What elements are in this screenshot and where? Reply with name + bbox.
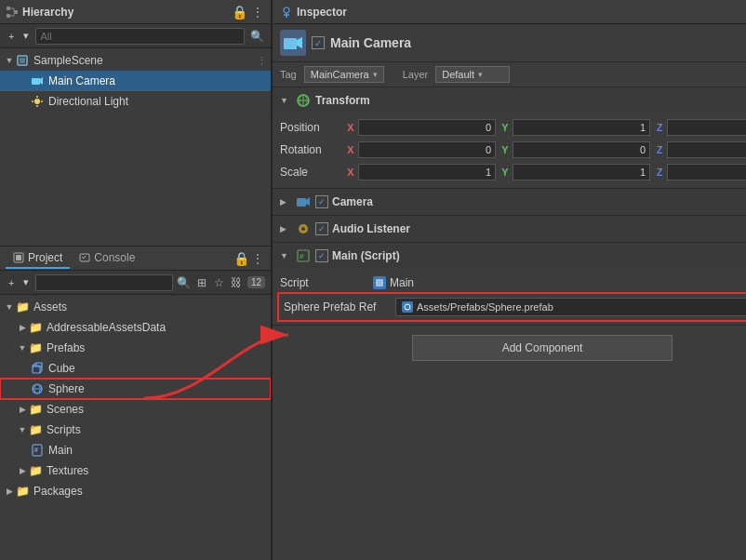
tree-item-prefabs[interactable]: ▼ 📁 Prefabs xyxy=(0,338,271,358)
packages-arrow-icon[interactable]: ▶ xyxy=(4,486,15,497)
camera-active-checkbox[interactable] xyxy=(315,195,328,208)
tab-console[interactable]: Console xyxy=(72,248,142,269)
object-name: Main Camera xyxy=(330,35,746,50)
scene-arrow-icon[interactable]: ▼ xyxy=(4,55,15,66)
rotation-z-input[interactable] xyxy=(667,141,746,158)
script-active-checkbox[interactable] xyxy=(315,249,328,262)
sphere-ref-prefab-icon xyxy=(402,301,413,313)
scale-y-input[interactable] xyxy=(513,164,650,180)
hierarchy-lock-btn[interactable]: 🔒 xyxy=(232,5,246,20)
inspector-title: Inspector xyxy=(297,6,746,19)
transform-arrow-icon[interactable]: ▼ xyxy=(280,96,291,105)
project-tab-row: Project Console 🔒 ⋮ xyxy=(0,247,271,271)
project-search-input[interactable] xyxy=(35,274,173,291)
scenes-arrow-icon[interactable]: ▶ xyxy=(17,404,28,415)
transform-icon xyxy=(295,92,312,109)
position-x-input[interactable] xyxy=(358,119,496,136)
pos-x-label: X xyxy=(345,122,356,133)
folder-packages-icon: 📁 xyxy=(15,484,30,499)
add-component-btn[interactable]: Add Component xyxy=(412,335,673,361)
layer-label-text: Layer xyxy=(403,69,429,80)
svg-rect-45 xyxy=(376,279,383,287)
scene-label: SampleScene xyxy=(33,54,103,67)
scene-dots[interactable]: ⋮ xyxy=(257,55,267,67)
tree-item-samplescene[interactable]: ▼ SampleScene ⋮ xyxy=(0,50,271,71)
position-z-input[interactable] xyxy=(667,119,746,136)
directional-light-label: Directional Light xyxy=(48,95,128,108)
scale-z-input[interactable] xyxy=(667,164,746,180)
tree-item-packages[interactable]: ▶ 📁 Packages xyxy=(0,481,271,501)
tag-dropdown[interactable]: MainCamera ▾ xyxy=(304,66,384,83)
svg-rect-9 xyxy=(32,78,40,85)
hierarchy-menu-btn[interactable]: ⋮ xyxy=(250,5,265,20)
textures-arrow-icon[interactable]: ▶ xyxy=(17,465,28,476)
rotation-x-input[interactable] xyxy=(358,141,496,158)
project-add-btn[interactable]: + xyxy=(6,276,17,289)
scale-x-input[interactable] xyxy=(358,164,496,180)
sphere-ref-row: Sphere Prefab Ref Assets/Prefabs/Sphere.… xyxy=(280,295,746,319)
console-tab-label: Console xyxy=(94,251,135,264)
scripts-label: Scripts xyxy=(47,423,81,436)
script-comp-header: ▼ # Main (Script) ? ⚙ ⋮ xyxy=(273,243,746,269)
project-chain-icon[interactable]: ⛓ xyxy=(230,274,244,291)
camera-comp-name: Camera xyxy=(332,195,745,208)
scale-xyz-group: X Y Z xyxy=(345,164,746,180)
addressable-arrow-icon[interactable]: ▶ xyxy=(17,322,28,333)
project-menu-btn[interactable]: ⋮ xyxy=(250,251,265,266)
tree-item-sphere[interactable]: Sphere xyxy=(0,379,271,399)
tab-project[interactable]: Project xyxy=(6,248,70,269)
tree-item-scripts[interactable]: ▼ 📁 Scripts xyxy=(0,420,271,440)
svg-point-46 xyxy=(405,304,410,310)
object-active-checkbox[interactable] xyxy=(312,36,325,49)
audio-comp-header: ▶ Audio Listener ? ⚙ ⋮ xyxy=(273,216,746,242)
project-search-icon[interactable]: 🔍 xyxy=(177,274,191,291)
prefabs-arrow-icon[interactable]: ▼ xyxy=(17,342,28,353)
tree-item-assets[interactable]: ▼ 📁 Assets xyxy=(0,297,271,317)
camera-comp-arrow-icon[interactable]: ▶ xyxy=(280,197,291,207)
audio-comp-name: Audio Listener xyxy=(332,222,745,235)
hierarchy-arrow-btn[interactable]: ▾ xyxy=(20,29,32,43)
project-filter-icon[interactable]: ⊞ xyxy=(194,274,208,291)
project-tree: ▼ 📁 Assets ▶ 📁 AddressableAssetsData ▼ 📁… xyxy=(0,295,271,560)
scale-x-field: X xyxy=(345,164,496,180)
rotation-label: Rotation xyxy=(280,143,345,156)
position-y-input[interactable] xyxy=(513,119,650,136)
project-lock-btn[interactable]: 🔒 xyxy=(233,251,248,266)
script-body: Script Main ⊙ Sphere Prefab Ref xyxy=(273,269,746,325)
tag-arrow-icon: ▾ xyxy=(373,70,378,79)
project-star-icon[interactable]: ☆ xyxy=(212,274,226,291)
sphere-ref-value-text: Assets/Prefabs/Sphere.prefab xyxy=(417,301,553,313)
rotation-y-input[interactable] xyxy=(513,141,650,158)
layer-dropdown[interactable]: Default ▾ xyxy=(435,66,510,83)
tree-item-scenes[interactable]: ▶ 📁 Scenes xyxy=(0,399,271,420)
svg-marker-40 xyxy=(306,197,310,206)
hierarchy-search-icon[interactable]: 🔍 xyxy=(248,28,265,45)
hierarchy-search-input[interactable] xyxy=(35,28,245,45)
transform-component: ▼ Transform ? ⚙ ⋮ xyxy=(273,87,746,189)
camera-comp-header: ▶ Camera ? ⚙ ⋮ xyxy=(273,189,746,215)
sphere-ref-value-field[interactable]: Assets/Prefabs/Sphere.prefab xyxy=(395,298,746,316)
scale-z-field: Z xyxy=(654,164,746,180)
tree-item-textures[interactable]: ▶ 📁 Textures xyxy=(0,460,271,481)
rot-z-label: Z xyxy=(654,144,665,155)
project-badge: 12 xyxy=(247,276,265,288)
script-comp-icon: # xyxy=(295,247,312,264)
hierarchy-add-btn[interactable]: + xyxy=(6,30,17,43)
tree-item-addressable[interactable]: ▶ 📁 AddressableAssetsData xyxy=(0,317,271,338)
tree-item-directional-light[interactable]: Directional Light xyxy=(0,91,271,112)
inspector-panel: Inspector 🔒 ⋮ Main Camera Static ▾ Tag M xyxy=(272,0,746,560)
tree-item-main-script[interactable]: # Main xyxy=(0,440,271,460)
script-comp-arrow-icon[interactable]: ▼ xyxy=(280,251,291,260)
script-value-text: Main xyxy=(390,276,746,289)
cube-label: Cube xyxy=(48,362,75,375)
scale-row: Scale X Y Z xyxy=(280,162,746,182)
project-arrow-btn[interactable]: ▾ xyxy=(20,275,32,289)
audio-comp-arrow-icon[interactable]: ▶ xyxy=(280,224,291,233)
audio-active-checkbox[interactable] xyxy=(315,222,328,235)
tree-item-cube[interactable]: Cube xyxy=(0,358,271,379)
tree-item-main-camera[interactable]: Main Camera xyxy=(0,71,271,91)
scripts-arrow-icon[interactable]: ▼ xyxy=(17,424,28,435)
svg-rect-39 xyxy=(297,198,306,207)
assets-arrow-icon[interactable]: ▼ xyxy=(4,301,15,313)
svg-text:#: # xyxy=(34,447,38,453)
